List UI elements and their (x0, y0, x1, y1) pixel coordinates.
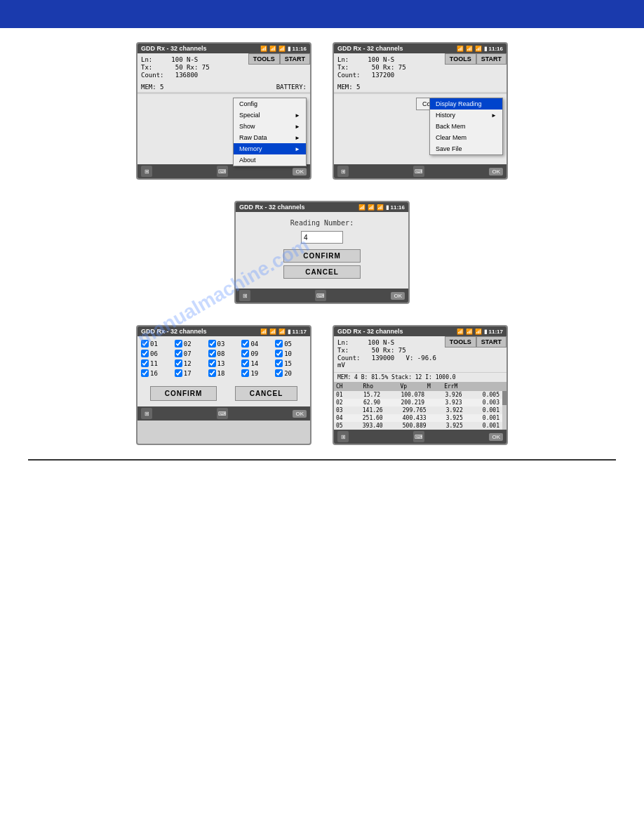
checkbox-item-20: 20 (275, 369, 307, 377)
br-table-header: CH Rho Vp M ErrM (334, 382, 507, 391)
top-left-start-btn[interactable]: START (280, 53, 310, 65)
checkbox-item-03: 03 (208, 340, 240, 348)
reading-input[interactable] (301, 231, 343, 244)
menu-memory[interactable]: Memory ► (234, 143, 306, 154)
memory-arrow: ► (295, 146, 300, 152)
submenu-save-file[interactable]: Save File (430, 143, 502, 154)
table-row: 04251.60400.4333.9250.001 (334, 414, 507, 422)
checkbox-04[interactable] (241, 340, 249, 348)
scrollbar-thumb[interactable] (502, 391, 507, 405)
wifi-icon4: 📶 (279, 329, 286, 335)
checkbox-17[interactable] (175, 369, 182, 377)
bottom-left-icons: 📶 📶 📶 ▮ 11:17 (260, 329, 307, 335)
checkbox-label-19: 19 (250, 370, 258, 377)
menu-special[interactable]: Special ► (234, 110, 306, 121)
ok-button2[interactable]: OK (489, 168, 503, 176)
submenu-display-reading[interactable]: Display Reading (430, 98, 502, 110)
bat-icon5: ▮ (484, 329, 487, 335)
checkbox-item-12: 12 (175, 359, 206, 367)
checkbox-label-13: 13 (217, 360, 225, 367)
checkbox-07[interactable] (175, 350, 182, 357)
bottom-left-cancel-btn[interactable]: CANCEL (235, 386, 298, 401)
checkbox-13[interactable] (208, 359, 216, 367)
checkbox-02[interactable] (175, 340, 182, 348)
checkbox-label-01: 01 (150, 340, 158, 348)
checkbox-item-07: 07 (175, 350, 206, 357)
top-device-row: GDD Rx - 32 channels 📶 📶 📶 ▮ 11:16 Ln: 1… (28, 42, 616, 180)
top-right-count-row: Count: 137200 (337, 72, 443, 79)
bottom-left-bottombar: ⊞ ⌨ OK (137, 406, 310, 421)
ok-button5[interactable]: OK (489, 433, 503, 441)
bottom-left-confirm-btn[interactable]: CONFIRM (150, 386, 217, 401)
br-tx-row: Tx: 50 Rx: 75 (337, 347, 443, 354)
top-right-title: GDD Rx - 32 channels (337, 45, 403, 52)
checkbox-14[interactable] (241, 359, 249, 367)
ok-button4[interactable]: OK (293, 410, 307, 418)
checkbox-label-14: 14 (250, 360, 258, 367)
scrollbar[interactable] (502, 391, 507, 430)
top-right-tools-btn[interactable]: TOOLS (445, 53, 476, 65)
br-start-btn[interactable]: START (476, 336, 507, 348)
checkbox-11[interactable] (141, 359, 149, 367)
checkbox-label-20: 20 (284, 370, 292, 377)
top-right-submenu: Display Reading History ► Back Mem Clear… (429, 98, 503, 155)
checkbox-item-13: 13 (208, 359, 240, 367)
checkbox-20[interactable] (275, 369, 283, 377)
ok-button3[interactable]: OK (391, 292, 405, 300)
submenu-clear-mem[interactable]: Clear Mem (430, 132, 502, 143)
checkbox-10[interactable] (275, 350, 283, 357)
top-right-toolbar: TOOLS START (445, 53, 507, 65)
menu-about[interactable]: About (234, 154, 306, 166)
bottom-left-title: GDD Rx - 32 channels (141, 328, 207, 335)
checkbox-03[interactable] (208, 340, 216, 348)
submenu-back-mem[interactable]: Back Mem (430, 121, 502, 132)
checkbox-item-09: 09 (241, 350, 273, 357)
top-left-titlebar: GDD Rx - 32 channels 📶 📶 📶 ▮ 11:16 (137, 44, 310, 53)
checkbox-15[interactable] (275, 359, 283, 367)
bottom-left-device: GDD Rx - 32 channels 📶 📶 📶 ▮ 11:17 01020… (136, 325, 311, 445)
top-left-title: GDD Rx - 32 channels (141, 45, 207, 52)
menu-config[interactable]: Config (234, 98, 306, 110)
rawdata-arrow: ► (295, 135, 300, 141)
bottom-right-info: Ln: 100 N-S Tx: 50 Rx: 75 Count: 139000 … (334, 336, 507, 372)
ok-button[interactable]: OK (293, 168, 307, 176)
wifi-icon2: 📶 (475, 46, 482, 52)
checkbox-label-17: 17 (184, 370, 192, 377)
checkbox-09[interactable] (241, 350, 249, 357)
sig-icon4: 📶 (269, 329, 276, 335)
bt-icon2: 📶 (457, 46, 464, 52)
top-right-device: GDD Rx - 32 channels 📶 📶 📶 ▮ 11:16 Ln: 1… (333, 42, 508, 180)
submenu-history[interactable]: History ► (430, 110, 502, 121)
center-cancel-btn[interactable]: CANCEL (283, 265, 361, 279)
checkbox-19[interactable] (241, 369, 249, 377)
top-right-bottombar: ⊞ ⌨ OK (334, 164, 507, 178)
checkbox-16[interactable] (141, 369, 149, 377)
checkbox-item-11: 11 (141, 359, 173, 367)
checkbox-05[interactable] (275, 340, 283, 348)
checkbox-item-02: 02 (175, 340, 206, 348)
br-table-scroll: 0115.72100.0783.9260.0050262.90200.2193.… (334, 391, 507, 430)
checkbox-label-07: 07 (184, 350, 192, 357)
keyboard-icon3: ⌨ (315, 290, 326, 301)
center-titlebar: GDD Rx - 32 channels 📶 📶 📶 ▮ 11:16 (236, 202, 408, 212)
checkbox-label-05: 05 (284, 340, 292, 348)
checkbox-label-11: 11 (150, 360, 158, 367)
checkbox-08[interactable] (208, 350, 216, 357)
menu-raw-data[interactable]: Raw Data ► (234, 132, 306, 143)
br-tools-btn[interactable]: TOOLS (445, 336, 476, 348)
checkbox-12[interactable] (175, 359, 182, 367)
checkbox-18[interactable] (208, 369, 216, 377)
menu-show[interactable]: Show ► (234, 121, 306, 132)
bottom-right-icons: 📶 📶 📶 ▮ 11:17 (457, 329, 503, 335)
checkbox-01[interactable] (141, 340, 149, 348)
checkbox-item-16: 16 (141, 369, 173, 377)
battery-icon: ▮ (288, 46, 290, 52)
top-right-start-btn[interactable]: START (476, 53, 507, 65)
top-right-titlebar: GDD Rx - 32 channels 📶 📶 📶 ▮ 11:16 (334, 44, 507, 53)
top-left-tools-btn[interactable]: TOOLS (248, 53, 280, 65)
checkbox-item-15: 15 (275, 359, 307, 367)
center-bottombar: ⊞ ⌨ OK (236, 289, 408, 303)
checkbox-item-10: 10 (275, 350, 307, 357)
checkbox-06[interactable] (141, 350, 149, 357)
center-confirm-btn[interactable]: CONFIRM (283, 249, 361, 263)
